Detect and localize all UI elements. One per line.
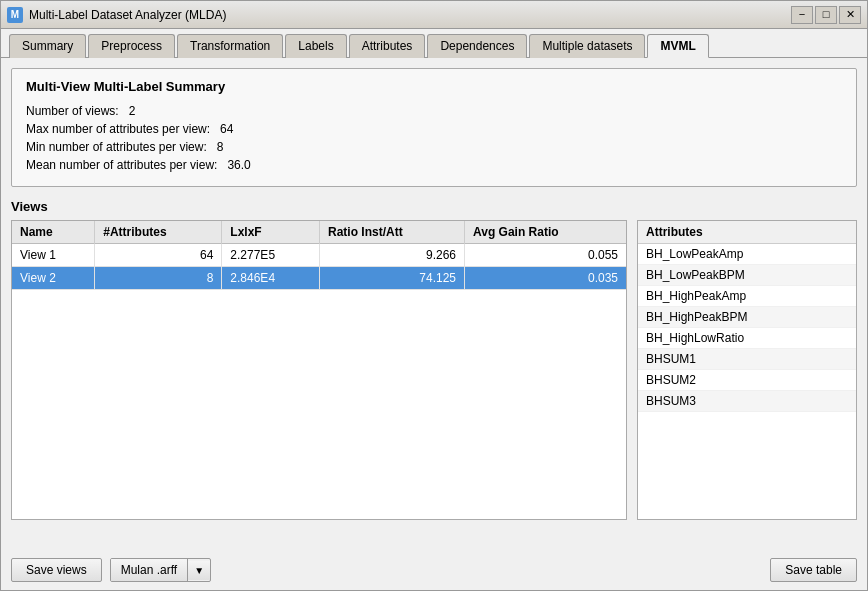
tabs-bar: Summary Preprocess Transformation Labels…	[1, 29, 867, 58]
table-header-row: Name #Attributes LxlxF Ratio Inst/Att Av…	[12, 221, 626, 244]
stat-views-label: Number of views:	[26, 104, 125, 118]
tab-dependences[interactable]: Dependences	[427, 34, 527, 58]
stat-max-label: Max number of attributes per view:	[26, 122, 217, 136]
table-row[interactable]: View 1 64 2.277E5 9.266 0.055	[12, 244, 626, 267]
tab-multiple-datasets[interactable]: Multiple datasets	[529, 34, 645, 58]
title-buttons: − □ ✕	[791, 6, 861, 24]
table-row[interactable]: View 2 8 2.846E4 74.125 0.035	[12, 267, 626, 290]
attr-item[interactable]: BH_HighPeakBPM	[638, 307, 856, 328]
format-dropdown-arrow[interactable]: ▼	[188, 561, 210, 580]
title-bar: M Multi-Label Dataset Analyzer (MLDA) − …	[1, 1, 867, 29]
views-container: Name #Attributes LxlxF Ratio Inst/Att Av…	[11, 220, 857, 520]
footer-bar: Save views Mulan .arff ▼ Save table	[1, 550, 867, 590]
stat-views: Number of views: 2	[26, 104, 842, 118]
stat-max-value: 64	[220, 122, 233, 136]
cell-lxlxf: 2.277E5	[222, 244, 320, 267]
attr-item[interactable]: BH_HighPeakAmp	[638, 286, 856, 307]
format-dropdown[interactable]: Mulan .arff ▼	[110, 558, 211, 582]
summary-title: Multi-View Multi-Label Summary	[26, 79, 842, 94]
stat-min: Min number of attributes per view: 8	[26, 140, 842, 154]
col-lxlxf: LxlxF	[222, 221, 320, 244]
cell-lxlxf: 2.846E4	[222, 267, 320, 290]
format-label[interactable]: Mulan .arff	[111, 559, 188, 581]
cell-avg: 0.035	[464, 267, 626, 290]
tab-preprocess[interactable]: Preprocess	[88, 34, 175, 58]
views-label: Views	[11, 199, 857, 214]
views-table-panel[interactable]: Name #Attributes LxlxF Ratio Inst/Att Av…	[11, 220, 627, 520]
save-table-button[interactable]: Save table	[770, 558, 857, 582]
stat-mean: Mean number of attributes per view: 36.0	[26, 158, 842, 172]
stat-mean-label: Mean number of attributes per view:	[26, 158, 224, 172]
cell-attrs: 64	[95, 244, 222, 267]
attr-item[interactable]: BH_LowPeakAmp	[638, 244, 856, 265]
stat-views-value: 2	[129, 104, 136, 118]
cell-attrs: 8	[95, 267, 222, 290]
stat-max: Max number of attributes per view: 64	[26, 122, 842, 136]
app-icon: M	[7, 7, 23, 23]
stat-min-value: 8	[217, 140, 224, 154]
save-views-button[interactable]: Save views	[11, 558, 102, 582]
attr-item[interactable]: BH_LowPeakBPM	[638, 265, 856, 286]
col-ratio: Ratio Inst/Att	[319, 221, 464, 244]
title-bar-left: M Multi-Label Dataset Analyzer (MLDA)	[7, 7, 226, 23]
col-avg: Avg Gain Ratio	[464, 221, 626, 244]
summary-box: Multi-View Multi-Label Summary Number of…	[11, 68, 857, 187]
tab-transformation[interactable]: Transformation	[177, 34, 283, 58]
minimize-button[interactable]: −	[791, 6, 813, 24]
tab-labels[interactable]: Labels	[285, 34, 346, 58]
views-table: Name #Attributes LxlxF Ratio Inst/Att Av…	[12, 221, 626, 290]
cell-name: View 2	[12, 267, 95, 290]
attributes-panel-header: Attributes	[638, 221, 856, 244]
stat-min-label: Min number of attributes per view:	[26, 140, 213, 154]
attr-item[interactable]: BH_HighLowRatio	[638, 328, 856, 349]
tab-attributes[interactable]: Attributes	[349, 34, 426, 58]
cell-ratio: 9.266	[319, 244, 464, 267]
cell-name: View 1	[12, 244, 95, 267]
stat-mean-value: 36.0	[227, 158, 250, 172]
close-button[interactable]: ✕	[839, 6, 861, 24]
attributes-panel: Attributes BH_LowPeakAmp BH_LowPeakBPM B…	[637, 220, 857, 520]
attr-item[interactable]: BHSUM2	[638, 370, 856, 391]
maximize-button[interactable]: □	[815, 6, 837, 24]
cell-avg: 0.055	[464, 244, 626, 267]
tab-mvml[interactable]: MVML	[647, 34, 708, 58]
window-title: Multi-Label Dataset Analyzer (MLDA)	[29, 8, 226, 22]
attributes-list: BH_LowPeakAmp BH_LowPeakBPM BH_HighPeakA…	[638, 244, 856, 412]
table-body: View 1 64 2.277E5 9.266 0.055 View 2 8 2…	[12, 244, 626, 290]
attr-item[interactable]: BHSUM1	[638, 349, 856, 370]
views-section: Views Name #Attributes LxlxF Ratio Inst/…	[11, 199, 857, 520]
main-window: M Multi-Label Dataset Analyzer (MLDA) − …	[0, 0, 868, 591]
attr-item[interactable]: BHSUM3	[638, 391, 856, 412]
tab-summary[interactable]: Summary	[9, 34, 86, 58]
main-content: Multi-View Multi-Label Summary Number of…	[1, 58, 867, 550]
col-name: Name	[12, 221, 95, 244]
cell-ratio: 74.125	[319, 267, 464, 290]
col-attrs: #Attributes	[95, 221, 222, 244]
